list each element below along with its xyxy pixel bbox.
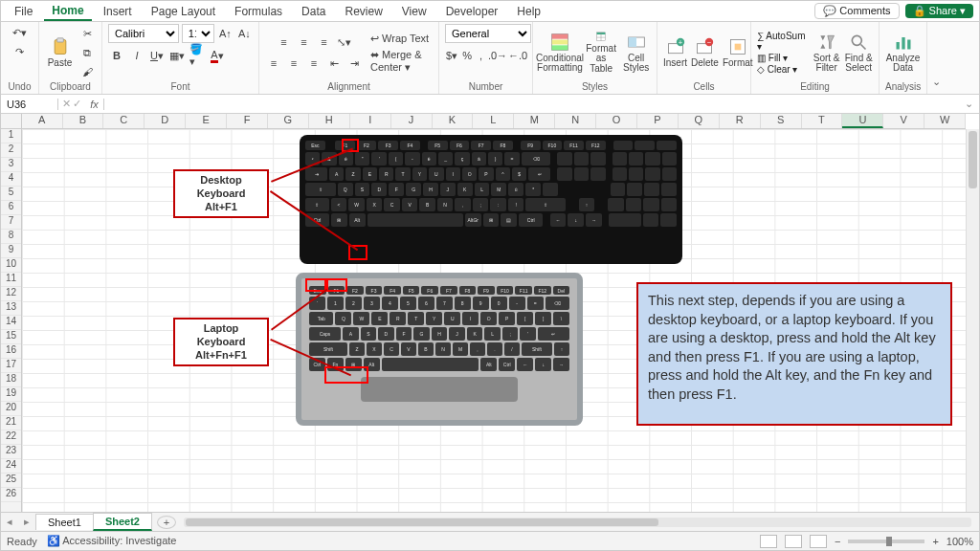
copy-button[interactable]: ⧉ — [78, 44, 96, 61]
row-header-4[interactable]: 4 — [1, 172, 21, 187]
column-header-E[interactable]: E — [186, 114, 227, 128]
cell-styles-button[interactable]: Cell Styles — [621, 32, 651, 74]
row-header-14[interactable]: 14 — [1, 316, 21, 330]
column-header-V[interactable]: V — [883, 114, 924, 128]
bold-button[interactable]: B — [108, 47, 125, 64]
increase-decimal[interactable]: .0→ — [489, 47, 506, 64]
border-button[interactable]: ▦▾ — [168, 47, 186, 64]
fill-button[interactable]: ▥ Fill ▾ — [757, 53, 788, 63]
row-header-3[interactable]: 3 — [1, 158, 21, 172]
expand-formula-bar[interactable]: ⌄ — [959, 98, 979, 110]
tab-home[interactable]: Home — [44, 2, 91, 21]
row-header-11[interactable]: 11 — [1, 273, 21, 287]
column-header-T[interactable]: T — [802, 114, 843, 128]
column-header-W[interactable]: W — [924, 114, 966, 128]
font-name-select[interactable]: Calibri — [108, 24, 179, 43]
format-cells-button[interactable]: Format — [723, 32, 753, 74]
column-header-P[interactable]: P — [637, 114, 679, 128]
column-header-C[interactable]: C — [103, 114, 145, 128]
row-header-6[interactable]: 6 — [1, 201, 21, 215]
merge-center-button[interactable]: ⬌ Merge & Center ▾ — [370, 49, 433, 74]
percent-button[interactable]: % — [461, 47, 473, 64]
currency-button[interactable]: $▾ — [445, 47, 458, 64]
align-bottom[interactable]: ≡ — [316, 33, 333, 51]
row-header-19[interactable]: 19 — [1, 387, 21, 402]
row-header-23[interactable]: 23 — [1, 445, 21, 459]
sort-filter-button[interactable]: Sort & Filter — [813, 32, 841, 74]
sheet-tab-sheet2[interactable]: Sheet2 — [93, 513, 152, 531]
zoom-slider[interactable] — [848, 540, 924, 543]
page-break-view-button[interactable] — [810, 535, 827, 548]
page-layout-view-button[interactable] — [785, 535, 802, 548]
collapse-ribbon-button[interactable]: ⌄ — [927, 22, 945, 94]
column-header-D[interactable]: D — [145, 114, 186, 128]
sheet-nav-prev[interactable]: ◂ — [1, 516, 18, 528]
clear-button[interactable]: ◇ Clear ▾ — [757, 64, 797, 75]
decrease-decimal[interactable]: ←.0 — [509, 47, 526, 64]
horizontal-scrollbar[interactable] — [184, 518, 971, 527]
row-header-2[interactable]: 2 — [1, 143, 21, 158]
sheet-tab-sheet1[interactable]: Sheet1 — [35, 514, 94, 530]
column-header-H[interactable]: H — [309, 114, 350, 128]
row-header-17[interactable]: 17 — [1, 359, 21, 373]
align-center[interactable]: ≡ — [285, 55, 302, 72]
tab-review[interactable]: Review — [337, 3, 390, 20]
select-all-button[interactable] — [1, 114, 22, 128]
vertical-scrollbar[interactable] — [966, 129, 979, 512]
tab-data[interactable]: Data — [294, 3, 333, 20]
row-header-22[interactable]: 22 — [1, 430, 21, 445]
align-right[interactable]: ≡ — [305, 55, 323, 72]
row-headers[interactable]: 1234567891011121314151617181920212223242… — [1, 129, 22, 512]
worksheet[interactable]: ABCDEFGHIJKLMNOPQRSTUVW 1234567891011121… — [1, 114, 979, 512]
fill-color-button[interactable]: 🪣▾ — [189, 47, 206, 64]
status-accessibility[interactable]: ♿ Accessibility: Investigate — [47, 535, 177, 547]
conditional-formatting-button[interactable]: Conditional Formatting — [539, 32, 581, 74]
insert-function-button[interactable]: fx — [85, 99, 104, 110]
row-header-24[interactable]: 24 — [1, 459, 21, 474]
tab-formulas[interactable]: Formulas — [227, 3, 290, 20]
normal-view-button[interactable] — [760, 535, 777, 548]
analyze-data-button[interactable]: Analyze Data — [885, 32, 921, 74]
row-header-5[interactable]: 5 — [1, 187, 21, 201]
column-header-B[interactable]: B — [63, 114, 104, 128]
row-header-15[interactable]: 15 — [1, 330, 21, 344]
insert-cells-button[interactable]: + Insert — [663, 32, 687, 74]
wrap-text-button[interactable]: ↩ Wrap Text — [370, 33, 429, 45]
row-header-26[interactable]: 26 — [1, 488, 21, 502]
row-header-25[interactable]: 25 — [1, 474, 21, 488]
column-header-K[interactable]: K — [433, 114, 474, 128]
tab-file[interactable]: File — [7, 3, 40, 20]
column-header-F[interactable]: F — [227, 114, 268, 128]
column-header-O[interactable]: O — [596, 114, 637, 128]
share-button[interactable]: 🔒 Share ▾ — [905, 4, 973, 18]
tab-insert[interactable]: Insert — [96, 3, 140, 20]
undo-button[interactable]: ↶▾ — [11, 24, 29, 41]
align-middle[interactable]: ≡ — [296, 33, 313, 51]
decrease-font-button[interactable]: A↓ — [236, 25, 253, 42]
tab-help[interactable]: Help — [509, 3, 548, 20]
zoom-in-button[interactable]: + — [932, 536, 938, 547]
column-header-J[interactable]: J — [391, 114, 433, 128]
align-top[interactable]: ≡ — [276, 33, 293, 51]
row-header-20[interactable]: 20 — [1, 402, 21, 416]
orientation-button[interactable]: ⤡▾ — [336, 33, 353, 51]
column-header-U[interactable]: U — [842, 114, 883, 128]
row-header-10[interactable]: 10 — [1, 258, 21, 273]
increase-font-button[interactable]: A↑ — [217, 25, 234, 42]
column-header-G[interactable]: G — [268, 114, 309, 128]
column-header-M[interactable]: M — [514, 114, 555, 128]
sheet-nav-next[interactable]: ▸ — [18, 516, 35, 528]
tab-developer[interactable]: Developer — [438, 3, 506, 20]
column-header-N[interactable]: N — [555, 114, 596, 128]
row-header-18[interactable]: 18 — [1, 373, 21, 387]
find-select-button[interactable]: Find & Select — [844, 32, 873, 74]
scroll-thumb[interactable] — [969, 131, 977, 188]
zoom-level[interactable]: 100% — [947, 536, 973, 547]
column-headers[interactable]: ABCDEFGHIJKLMNOPQRSTUVW — [1, 114, 966, 129]
italic-button[interactable]: I — [128, 47, 145, 64]
new-sheet-button[interactable]: + — [157, 516, 176, 529]
comma-button[interactable]: , — [476, 47, 486, 64]
tab-view[interactable]: View — [394, 3, 434, 20]
delete-cells-button[interactable]: − Delete — [691, 32, 719, 74]
paste-button[interactable]: Paste — [45, 32, 75, 74]
